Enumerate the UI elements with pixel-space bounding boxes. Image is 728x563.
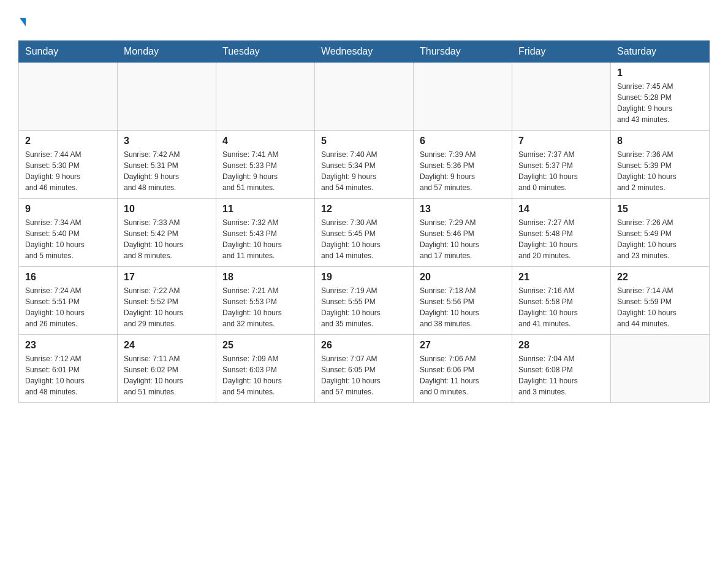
calendar-cell: 24Sunrise: 7:11 AMSunset: 6:02 PMDayligh… [118, 335, 216, 403]
day-number: 3 [124, 136, 210, 147]
day-number: 23 [25, 340, 111, 351]
day-info: Sunrise: 7:18 AMSunset: 5:56 PMDaylight:… [420, 285, 506, 329]
calendar-cell: 27Sunrise: 7:06 AMSunset: 6:06 PMDayligh… [414, 335, 512, 403]
calendar-week-row: 23Sunrise: 7:12 AMSunset: 6:01 PMDayligh… [19, 335, 710, 403]
day-number: 4 [222, 136, 308, 147]
day-info: Sunrise: 7:16 AMSunset: 5:58 PMDaylight:… [518, 285, 604, 329]
calendar-cell: 1Sunrise: 7:45 AMSunset: 5:28 PMDaylight… [611, 63, 710, 131]
day-info: Sunrise: 7:24 AMSunset: 5:51 PMDaylight:… [25, 285, 111, 329]
day-number: 5 [321, 136, 407, 147]
day-number: 6 [420, 136, 506, 147]
calendar-cell: 20Sunrise: 7:18 AMSunset: 5:56 PMDayligh… [414, 267, 512, 335]
weekday-header-saturday: Saturday [611, 41, 710, 63]
calendar-cell: 18Sunrise: 7:21 AMSunset: 5:53 PMDayligh… [216, 267, 315, 335]
calendar-week-row: 16Sunrise: 7:24 AMSunset: 5:51 PMDayligh… [19, 267, 710, 335]
calendar-cell: 17Sunrise: 7:22 AMSunset: 5:52 PMDayligh… [118, 267, 216, 335]
calendar-cell: 10Sunrise: 7:33 AMSunset: 5:42 PMDayligh… [118, 199, 216, 267]
calendar-week-row: 2Sunrise: 7:44 AMSunset: 5:30 PMDaylight… [19, 131, 710, 199]
page-header [18, 12, 710, 28]
day-info: Sunrise: 7:36 AMSunset: 5:39 PMDaylight:… [617, 149, 703, 193]
day-number: 28 [518, 340, 604, 351]
day-number: 8 [617, 136, 703, 147]
day-info: Sunrise: 7:30 AMSunset: 5:45 PMDaylight:… [321, 217, 407, 261]
calendar-cell: 2Sunrise: 7:44 AMSunset: 5:30 PMDaylight… [19, 131, 118, 199]
day-info: Sunrise: 7:11 AMSunset: 6:02 PMDaylight:… [124, 353, 210, 397]
day-number: 2 [25, 136, 111, 147]
day-number: 9 [25, 204, 111, 215]
day-info: Sunrise: 7:14 AMSunset: 5:59 PMDaylight:… [617, 285, 703, 329]
calendar-cell: 22Sunrise: 7:14 AMSunset: 5:59 PMDayligh… [611, 267, 710, 335]
day-info: Sunrise: 7:40 AMSunset: 5:34 PMDaylight:… [321, 149, 407, 193]
weekday-header-wednesday: Wednesday [315, 41, 414, 63]
calendar-cell: 13Sunrise: 7:29 AMSunset: 5:46 PMDayligh… [414, 199, 512, 267]
day-info: Sunrise: 7:26 AMSunset: 5:49 PMDaylight:… [617, 217, 703, 261]
weekday-header-sunday: Sunday [19, 41, 118, 63]
calendar-cell: 21Sunrise: 7:16 AMSunset: 5:58 PMDayligh… [512, 267, 611, 335]
calendar-cell [611, 335, 710, 403]
calendar-cell: 28Sunrise: 7:04 AMSunset: 6:08 PMDayligh… [512, 335, 611, 403]
day-info: Sunrise: 7:09 AMSunset: 6:03 PMDaylight:… [222, 353, 308, 397]
day-info: Sunrise: 7:39 AMSunset: 5:36 PMDaylight:… [420, 149, 506, 193]
calendar-cell: 7Sunrise: 7:37 AMSunset: 5:37 PMDaylight… [512, 131, 611, 199]
calendar-week-row: 1Sunrise: 7:45 AMSunset: 5:28 PMDaylight… [19, 63, 710, 131]
day-number: 7 [518, 136, 604, 147]
day-info: Sunrise: 7:29 AMSunset: 5:46 PMDaylight:… [420, 217, 506, 261]
logo [18, 12, 26, 28]
day-number: 17 [124, 272, 210, 283]
calendar-cell: 6Sunrise: 7:39 AMSunset: 5:36 PMDaylight… [414, 131, 512, 199]
calendar-cell: 14Sunrise: 7:27 AMSunset: 5:48 PMDayligh… [512, 199, 611, 267]
calendar-cell: 15Sunrise: 7:26 AMSunset: 5:49 PMDayligh… [611, 199, 710, 267]
calendar-cell: 16Sunrise: 7:24 AMSunset: 5:51 PMDayligh… [19, 267, 118, 335]
calendar-cell [414, 63, 512, 131]
day-number: 22 [617, 272, 703, 283]
calendar-cell [19, 63, 118, 131]
day-number: 14 [518, 204, 604, 215]
calendar-cell: 23Sunrise: 7:12 AMSunset: 6:01 PMDayligh… [19, 335, 118, 403]
day-info: Sunrise: 7:21 AMSunset: 5:53 PMDaylight:… [222, 285, 308, 329]
calendar-cell [216, 63, 315, 131]
day-number: 10 [124, 204, 210, 215]
day-number: 26 [321, 340, 407, 351]
weekday-header-thursday: Thursday [414, 41, 512, 63]
day-number: 16 [25, 272, 111, 283]
calendar-cell: 19Sunrise: 7:19 AMSunset: 5:55 PMDayligh… [315, 267, 414, 335]
calendar-cell [118, 63, 216, 131]
day-info: Sunrise: 7:22 AMSunset: 5:52 PMDaylight:… [124, 285, 210, 329]
calendar-week-row: 9Sunrise: 7:34 AMSunset: 5:40 PMDaylight… [19, 199, 710, 267]
calendar-header: SundayMondayTuesdayWednesdayThursdayFrid… [19, 41, 710, 63]
day-info: Sunrise: 7:37 AMSunset: 5:37 PMDaylight:… [518, 149, 604, 193]
calendar-cell: 8Sunrise: 7:36 AMSunset: 5:39 PMDaylight… [611, 131, 710, 199]
day-info: Sunrise: 7:45 AMSunset: 5:28 PMDaylight:… [617, 81, 703, 125]
day-number: 11 [222, 204, 308, 215]
calendar-cell: 3Sunrise: 7:42 AMSunset: 5:31 PMDaylight… [118, 131, 216, 199]
day-info: Sunrise: 7:06 AMSunset: 6:06 PMDaylight:… [420, 353, 506, 397]
weekday-header-friday: Friday [512, 41, 611, 63]
day-number: 15 [617, 204, 703, 215]
day-info: Sunrise: 7:41 AMSunset: 5:33 PMDaylight:… [222, 149, 308, 193]
calendar-cell: 5Sunrise: 7:40 AMSunset: 5:34 PMDaylight… [315, 131, 414, 199]
calendar-table: SundayMondayTuesdayWednesdayThursdayFrid… [18, 40, 710, 403]
calendar-cell: 25Sunrise: 7:09 AMSunset: 6:03 PMDayligh… [216, 335, 315, 403]
day-number: 27 [420, 340, 506, 351]
day-info: Sunrise: 7:19 AMSunset: 5:55 PMDaylight:… [321, 285, 407, 329]
day-number: 13 [420, 204, 506, 215]
day-number: 1 [617, 67, 703, 79]
calendar-cell [512, 63, 611, 131]
calendar-cell: 26Sunrise: 7:07 AMSunset: 6:05 PMDayligh… [315, 335, 414, 403]
weekday-header-monday: Monday [118, 41, 216, 63]
day-number: 24 [124, 340, 210, 351]
day-number: 12 [321, 204, 407, 215]
day-info: Sunrise: 7:42 AMSunset: 5:31 PMDaylight:… [124, 149, 210, 193]
calendar-cell: 12Sunrise: 7:30 AMSunset: 5:45 PMDayligh… [315, 199, 414, 267]
day-number: 18 [222, 272, 308, 283]
calendar-cell: 11Sunrise: 7:32 AMSunset: 5:43 PMDayligh… [216, 199, 315, 267]
day-info: Sunrise: 7:04 AMSunset: 6:08 PMDaylight:… [518, 353, 604, 397]
day-info: Sunrise: 7:34 AMSunset: 5:40 PMDaylight:… [25, 217, 111, 261]
weekday-header-tuesday: Tuesday [216, 41, 315, 63]
calendar-cell: 4Sunrise: 7:41 AMSunset: 5:33 PMDaylight… [216, 131, 315, 199]
calendar-body: 1Sunrise: 7:45 AMSunset: 5:28 PMDaylight… [19, 63, 710, 403]
weekday-header-row: SundayMondayTuesdayWednesdayThursdayFrid… [19, 41, 710, 63]
day-info: Sunrise: 7:07 AMSunset: 6:05 PMDaylight:… [321, 353, 407, 397]
logo-general-line [18, 12, 26, 28]
day-number: 21 [518, 272, 604, 283]
